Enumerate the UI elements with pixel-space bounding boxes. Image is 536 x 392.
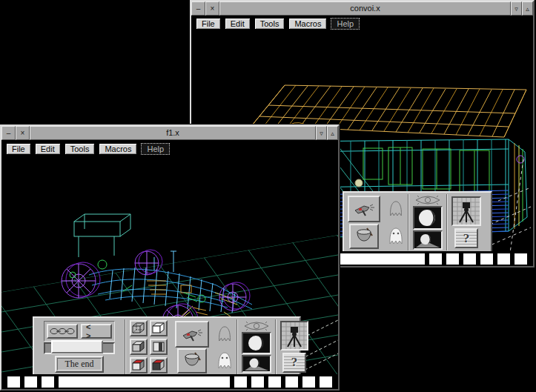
viewport-f1[interactable]: File Edit Tools Macros Help: [1, 140, 338, 389]
ghost-outline-button[interactable]: [388, 199, 403, 217]
paint-bucket-icon: [354, 227, 374, 245]
shaded-sphere-icon: [243, 333, 270, 353]
close-button[interactable]: ×: [16, 126, 30, 140]
frame-cell[interactable]: [497, 253, 510, 265]
frame-cell[interactable]: [429, 253, 442, 265]
eye-icon: [243, 321, 270, 331]
help-question-mark: ?: [463, 231, 470, 246]
menu-edit[interactable]: Edit: [225, 18, 251, 30]
tool-panel-f1: < > The end: [33, 316, 301, 377]
render-shaded-button[interactable]: [242, 332, 271, 354]
window-title: convoi.x: [219, 1, 511, 16]
split-shade-icon: [152, 341, 165, 353]
maximize-button[interactable]: ▵: [327, 126, 338, 140]
render-shaded-button[interactable]: [413, 206, 443, 230]
window-menu-button[interactable]: –: [191, 1, 205, 16]
window-f1: – × f1.x ▿ ▵: [0, 124, 340, 391]
close-button[interactable]: ×: [205, 1, 219, 16]
paint-bucket-button[interactable]: [177, 348, 207, 373]
hidden-line-mode-button[interactable]: [150, 320, 168, 336]
paint-bucket-button[interactable]: [349, 224, 379, 249]
the-end-button[interactable]: The end: [55, 356, 105, 373]
panel-section-ghosts: [384, 193, 408, 252]
camera-tripod-icon: [453, 198, 480, 225]
shaded-cube-icon: [132, 341, 145, 353]
train-sphere: [355, 179, 363, 187]
menu-file[interactable]: File: [6, 143, 31, 155]
desktop: – × convoi.x ▿ ▵: [0, 0, 536, 392]
frame-cell[interactable]: [285, 376, 298, 388]
ghost-solid-icon: [216, 351, 233, 370]
chain-icon: [50, 327, 75, 336]
frame-cell[interactable]: [446, 253, 459, 265]
airbrush-button[interactable]: [348, 196, 380, 222]
ghost-solid-button[interactable]: [388, 226, 404, 245]
titlebar-f1[interactable]: – × f1.x ▿ ▵: [1, 126, 338, 140]
animation-controls: < >: [44, 321, 115, 342]
frame-cell[interactable]: [463, 253, 476, 265]
frame-cell[interactable]: [302, 376, 315, 388]
frame-cell[interactable]: [268, 376, 281, 388]
window-menu-button[interactable]: –: [1, 126, 16, 140]
camera-view-button[interactable]: [451, 196, 481, 226]
frame-cell[interactable]: [7, 376, 20, 388]
frame-cell[interactable]: [234, 376, 247, 388]
menu-help[interactable]: Help: [331, 18, 360, 30]
iconify-button[interactable]: ▿: [511, 1, 522, 16]
frame-slider-thumb[interactable]: [51, 340, 103, 353]
frame-cell[interactable]: [42, 376, 54, 388]
frame-cell[interactable]: [320, 376, 332, 388]
frame-slider[interactable]: [44, 342, 115, 354]
ghost-solid-button[interactable]: [216, 351, 233, 370]
render-preview-button[interactable]: [413, 230, 443, 250]
shaded-mode-button[interactable]: [130, 339, 148, 355]
frame-cell[interactable]: [251, 376, 264, 388]
titlebar-convoi[interactable]: – × convoi.x ▿ ▵: [191, 1, 533, 16]
ghost-outline-button[interactable]: [217, 325, 232, 342]
preview-sphere-icon: [243, 356, 270, 371]
ghost-solid-icon: [388, 226, 404, 245]
timeline-range-bar[interactable]: [59, 376, 230, 388]
step-arrows-button[interactable]: < >: [81, 324, 112, 339]
frame-cell[interactable]: [515, 253, 527, 265]
f1-rear-wing: [74, 214, 130, 257]
help-button[interactable]: ?: [454, 228, 478, 248]
airbrush-icon: [352, 200, 376, 218]
airbrush-button[interactable]: [175, 321, 209, 348]
material-mode-button[interactable]: [130, 357, 148, 373]
split-shade-mode-button[interactable]: [150, 339, 168, 355]
iconify-button[interactable]: ▿: [316, 126, 327, 140]
render-preview-button[interactable]: [242, 355, 271, 373]
menu-tools[interactable]: Tools: [64, 143, 96, 155]
the-end-label: The end: [57, 358, 102, 371]
wireframe-cube-icon: [132, 322, 145, 334]
menu-edit[interactable]: Edit: [35, 143, 61, 155]
camera-view-button[interactable]: [280, 321, 308, 351]
menu-file[interactable]: File: [196, 18, 221, 30]
menu-help[interactable]: Help: [141, 143, 170, 155]
panel-section-camera-help: ?: [277, 318, 312, 376]
frame-cell[interactable]: [24, 376, 37, 388]
panel-section-display-modes: [126, 318, 171, 376]
window-title: f1.x: [30, 126, 316, 140]
ghost-outline-icon: [388, 199, 403, 217]
help-button[interactable]: ?: [282, 353, 306, 373]
wireframe-mode-button[interactable]: [130, 320, 148, 336]
frame-cell[interactable]: [480, 253, 493, 265]
maximize-button[interactable]: ▵: [522, 1, 533, 16]
chain-button[interactable]: [47, 324, 78, 339]
panel-section-tools: [171, 318, 213, 376]
shaded-sphere-icon: [414, 207, 441, 228]
timeline-f1: [1, 374, 338, 389]
eye-icon: [414, 195, 441, 205]
menu-macros[interactable]: Macros: [288, 18, 327, 30]
red-dark-cube-icon: [152, 359, 165, 371]
menu-tools[interactable]: Tools: [254, 18, 285, 30]
menu-macros[interactable]: Macros: [99, 143, 137, 155]
panel-section-render: [409, 193, 446, 252]
red-top-cube-icon: [132, 359, 145, 371]
panel-section-render: [238, 318, 275, 376]
panel-section-tools: [344, 193, 384, 252]
ghost-outline-icon: [217, 325, 232, 342]
textured-mode-button[interactable]: [150, 357, 168, 373]
